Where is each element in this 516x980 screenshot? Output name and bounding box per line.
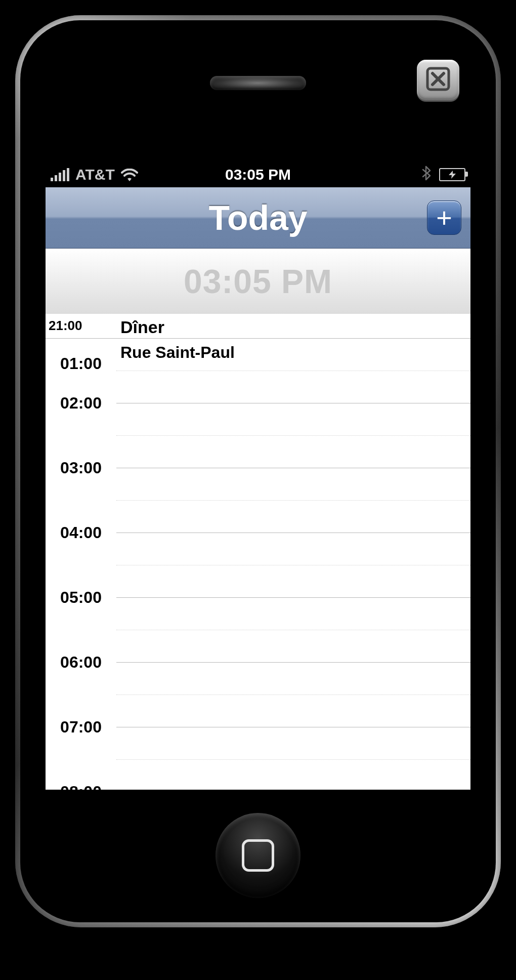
hour-label: 05:00: [46, 588, 116, 607]
current-time-header: 03:05 PM: [46, 249, 470, 315]
plus-icon: +: [436, 203, 452, 232]
hour-slot[interactable]: 01:00: [116, 338, 470, 403]
home-button[interactable]: [216, 813, 300, 898]
hour-label: 06:00: [46, 653, 116, 672]
hour-label: 08:00: [46, 783, 116, 790]
add-event-button[interactable]: +: [427, 200, 461, 235]
hour-label: 01:00: [46, 354, 116, 373]
status-bar: AT&T 03:05 PM: [46, 162, 470, 187]
home-icon: [242, 839, 274, 872]
hour-slot[interactable]: 04:00: [116, 533, 470, 597]
battery-charging-icon: [439, 168, 465, 181]
close-icon: [425, 66, 451, 94]
hour-slot[interactable]: 06:00: [116, 662, 470, 727]
nav-bar: Today +: [46, 187, 470, 249]
nav-title: Today: [208, 198, 307, 237]
phone-frame-outer: AT&T 03:05 PM: [15, 15, 501, 927]
hour-label: 04:00: [46, 523, 116, 542]
status-time: 03:05 PM: [46, 166, 470, 183]
hour-label: 02:00: [46, 394, 116, 413]
hour-slot[interactable]: 05:00: [116, 597, 470, 662]
close-button[interactable]: [417, 60, 459, 100]
current-time-label: 03:05 PM: [184, 262, 332, 301]
hour-slot[interactable]: 07:00: [116, 727, 470, 790]
hour-slot[interactable]: 02:00: [116, 403, 470, 468]
screen: AT&T 03:05 PM: [46, 162, 470, 790]
calendar-day-view[interactable]: 21:00 Dîner Rue Saint-Paul 01:0002:0003:…: [46, 314, 470, 790]
hour-label: 03:00: [46, 459, 116, 477]
phone-frame-inner: AT&T 03:05 PM: [20, 20, 496, 922]
phone-speaker: [210, 76, 306, 90]
hour-label: 07:00: [46, 718, 116, 737]
hour-slot[interactable]: 03:00: [116, 468, 470, 533]
grid-column: 01:0002:0003:0004:0005:0006:0007:0008:00: [116, 314, 470, 790]
